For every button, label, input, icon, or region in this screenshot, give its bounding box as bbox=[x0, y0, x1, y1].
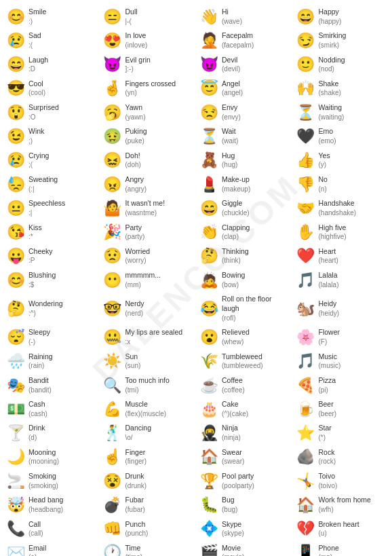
emoji-label: Roll on the floor laugh(rofl) bbox=[222, 295, 290, 322]
emoji-item: 🤔Wondering:^) bbox=[3, 293, 100, 325]
emoji-item: ⏳Wait(wait) bbox=[196, 125, 293, 147]
emoji-shortcut: (party) bbox=[125, 233, 145, 240]
emoji-item: 🎵Lalala(lalala) bbox=[293, 269, 390, 291]
emoji-item: 🏠Swear(swear) bbox=[196, 446, 293, 468]
emoji-icon: 🏠 bbox=[199, 449, 219, 464]
emoji-item: 😴Sleepy(-) bbox=[3, 326, 100, 348]
emoji-item: 😎Cool(cool) bbox=[3, 77, 100, 100]
emoji-label: Handshake(handshake) bbox=[319, 199, 357, 217]
emoji-shortcut: ]:-) bbox=[125, 65, 134, 73]
emoji-name: Nerdy bbox=[125, 299, 144, 308]
emoji-shortcut: (yawn) bbox=[125, 113, 146, 121]
emoji-item: 🎬Movie(movie) bbox=[196, 542, 293, 556]
emoji-label: Drunk(drunk) bbox=[125, 472, 147, 490]
emoji-shortcut: (lalala) bbox=[319, 281, 339, 289]
emoji-label: Shake(shake) bbox=[319, 79, 341, 98]
emoji-icon: ✋ bbox=[296, 225, 316, 240]
emoji-item: 😂Roll on the floor laugh(rofl) bbox=[196, 293, 293, 325]
emoji-name: Star bbox=[319, 424, 332, 432]
emoji-label: Ninja(ninja) bbox=[222, 424, 241, 442]
emoji-item: 😵Drunk(drunk) bbox=[100, 470, 197, 492]
emoji-name: Sweating bbox=[28, 175, 58, 183]
emoji-name: Laugh bbox=[28, 56, 48, 64]
emoji-label: Mooning(mooning) bbox=[28, 448, 59, 466]
emoji-shortcut: (makeup) bbox=[222, 185, 250, 193]
emoji-icon: 😲 bbox=[5, 105, 26, 120]
emoji-shortcut: (sun) bbox=[125, 362, 141, 369]
emoji-shortcut: (angel) bbox=[222, 89, 243, 96]
emoji-icon: 😛 bbox=[5, 248, 26, 263]
emoji-item: 🤷It wasn't me!(wasntme) bbox=[100, 197, 197, 219]
emoji-icon: 😵 bbox=[102, 474, 123, 489]
emoji-name: Finger bbox=[125, 448, 146, 456]
emoji-shortcut: (*) bbox=[319, 434, 326, 441]
emoji-label: Too much info(tmi) bbox=[125, 376, 170, 394]
emoji-icon: 😠 bbox=[102, 177, 123, 192]
emoji-label: Tumbleweed(tumbleweed) bbox=[222, 352, 263, 371]
emoji-icon: 😉 bbox=[5, 129, 26, 144]
emoji-name: Waiting bbox=[319, 103, 342, 111]
emoji-shortcut: (skype) bbox=[222, 530, 244, 537]
emoji-label: Pool party(poolparty) bbox=[222, 472, 254, 490]
emoji-item: 💵Cash(cash) bbox=[3, 398, 100, 420]
emoji-shortcut: (inlove) bbox=[125, 41, 148, 49]
emoji-name: In love bbox=[125, 31, 146, 39]
emoji-icon: 📞 bbox=[5, 521, 26, 536]
emoji-icon: 🖤 bbox=[296, 129, 316, 144]
emoji-name: Wondering bbox=[28, 299, 63, 308]
emoji-item: 🕺Dancing\o/ bbox=[100, 422, 197, 444]
emoji-label: My lips are sealed:x bbox=[125, 328, 183, 346]
emoji-name: Bowing bbox=[222, 271, 245, 279]
emoji-label: In love(inlove) bbox=[125, 31, 148, 50]
emoji-icon: 🕺 bbox=[102, 426, 123, 441]
emoji-shortcut: (swear) bbox=[222, 458, 244, 465]
emoji-icon: 🤓 bbox=[102, 301, 123, 316]
emoji-shortcut: (music) bbox=[319, 362, 341, 369]
emoji-shortcut: (devil) bbox=[222, 65, 240, 73]
emoji-name: Too much info bbox=[125, 376, 170, 384]
emoji-shortcut: (bandit) bbox=[28, 386, 52, 394]
emoji-shortcut: :P bbox=[28, 257, 35, 264]
emoji-name: Clapping bbox=[222, 223, 250, 231]
emoji-icon: 😏 bbox=[296, 33, 316, 48]
emoji-name: Smile bbox=[28, 7, 46, 16]
emoji-icon: 🎭 bbox=[5, 378, 26, 393]
emoji-name: Bandit bbox=[28, 376, 49, 384]
emoji-shortcut: :* bbox=[28, 233, 33, 240]
emoji-label: Sweating(:| bbox=[28, 175, 58, 193]
emoji-item: 🤝Handshake(handshake) bbox=[293, 197, 390, 219]
emoji-name: Head bang bbox=[28, 496, 63, 504]
emoji-icon: ⏳ bbox=[199, 129, 219, 144]
emoji-shortcut: (n) bbox=[319, 185, 327, 193]
emoji-name: Music bbox=[319, 352, 337, 360]
emoji-icon: 🌸 bbox=[296, 330, 316, 345]
emoji-item: 😊Smile:) bbox=[3, 5, 100, 28]
emoji-shortcut: (angry) bbox=[125, 185, 147, 193]
emoji-icon: 💠 bbox=[199, 521, 219, 536]
emoji-item: 😟Worried(worry) bbox=[100, 245, 197, 267]
emoji-label: Beer(beer) bbox=[319, 400, 337, 418]
emoji-icon: 🤐 bbox=[102, 330, 123, 345]
emoji-shortcut: (chuckle) bbox=[222, 209, 250, 217]
emoji-item: ✉️Email(e) bbox=[3, 542, 100, 556]
emoji-name: Speechless bbox=[28, 199, 65, 207]
emoji-shortcut: (facepalm) bbox=[222, 41, 254, 49]
emoji-icon: 🎂 bbox=[199, 402, 219, 417]
emoji-icon: ⏳ bbox=[296, 105, 316, 120]
emoji-label: Speechless:| bbox=[28, 199, 65, 217]
emoji-icon: 😈 bbox=[102, 57, 123, 72]
emoji-label: Crying;( bbox=[28, 151, 49, 170]
emoji-name: mmmmm... bbox=[125, 271, 161, 279]
emoji-item: 🕐Time(time) bbox=[100, 542, 197, 556]
emoji-icon: ⭐ bbox=[296, 426, 316, 441]
emoji-icon: 🙂 bbox=[296, 57, 316, 72]
emoji-label: Work from home(wfh) bbox=[319, 496, 371, 514]
emoji-name: Worried bbox=[125, 247, 151, 255]
emoji-icon: 😢 bbox=[5, 33, 26, 48]
emoji-item: 🪨Rock(rock) bbox=[293, 446, 390, 468]
emoji-shortcut: (F) bbox=[319, 338, 328, 346]
emoji-shortcut: (call) bbox=[28, 530, 43, 537]
emoji-label: Angry(angry) bbox=[125, 175, 147, 193]
emoji-label: Drink(d) bbox=[28, 424, 45, 442]
emoji-label: Pizza(pi) bbox=[319, 376, 336, 394]
